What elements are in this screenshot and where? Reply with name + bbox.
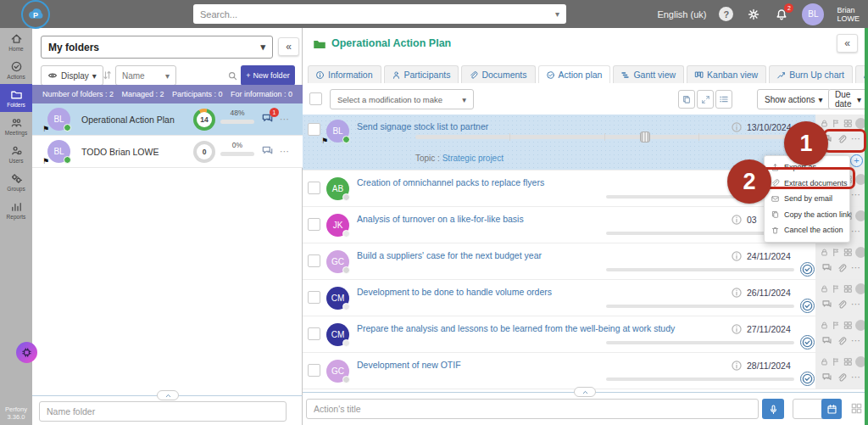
action-row[interactable]: GCDevelopment of new OTIF28/11/2024⋯: [303, 353, 868, 389]
chat-icon[interactable]: 1: [261, 112, 274, 125]
action-menu-button[interactable]: ⋯: [851, 262, 861, 273]
grid-icon[interactable]: [843, 321, 853, 330]
grid-icon[interactable]: [843, 119, 853, 128]
panel-toggle-button[interactable]: [574, 387, 596, 397]
user-avatar[interactable]: BL: [802, 3, 824, 25]
global-search[interactable]: ▾: [193, 4, 566, 24]
sidebar-item-actions[interactable]: Actions: [0, 56, 32, 84]
notifications-bell-icon[interactable]: 2: [774, 7, 789, 22]
calendar-button[interactable]: [821, 399, 842, 419]
menu-item-copy-the-action-link[interactable]: Copy the action link: [765, 207, 849, 223]
sidebar-item-groups[interactable]: Groups: [0, 168, 32, 196]
action-checkbox[interactable]: [308, 182, 320, 194]
validate-check-icon[interactable]: [800, 372, 815, 386]
paperclip-icon[interactable]: [837, 263, 847, 273]
sidebar-item-folders[interactable]: Folders: [0, 84, 32, 112]
info-icon[interactable]: [731, 250, 743, 262]
panel-toggle-button[interactable]: [157, 390, 179, 400]
folder-name[interactable]: Operational Action Plan: [81, 115, 175, 125]
tab-burn-up-chart[interactable]: Burn Up chart: [769, 65, 853, 83]
grid-icon[interactable]: [843, 284, 853, 294]
expand-icon-button[interactable]: [697, 90, 714, 109]
tab-action-plan[interactable]: Action plan: [538, 65, 611, 83]
tab-information[interactable]: Information: [308, 65, 381, 83]
search-caret-icon[interactable]: ▾: [555, 9, 559, 19]
menu-item-send-by-email[interactable]: Send by email: [765, 191, 849, 207]
select-all-checkbox[interactable]: [309, 92, 322, 105]
search-input[interactable]: [200, 9, 555, 20]
list-view-icon-button[interactable]: [715, 90, 732, 109]
action-menu-button[interactable]: ⋯: [851, 299, 861, 310]
add-icon[interactable]: +: [850, 154, 863, 167]
folder-menu-button[interactable]: ⋯: [280, 114, 290, 125]
validate-check-icon[interactable]: [800, 262, 815, 277]
sort-icon[interactable]: [102, 70, 113, 81]
sort-field-select[interactable]: Name▾: [115, 65, 176, 86]
action-title[interactable]: Analysis of turnover on a like-for-like …: [357, 214, 524, 224]
chat-icon[interactable]: [261, 144, 274, 157]
chat-icon[interactable]: [821, 262, 832, 273]
sidebar-item-users[interactable]: Users: [0, 140, 32, 168]
action-checkbox[interactable]: [308, 327, 320, 340]
progress-slider[interactable]: [415, 135, 793, 139]
tab-kanban-view[interactable]: Kanban view: [687, 65, 766, 83]
action-row[interactable]: GCBuild a suppliers' case for the next b…: [303, 243, 868, 280]
folder-row[interactable]: BL⚑TODO Brian LOWE00%⋯: [32, 136, 303, 168]
info-icon[interactable]: [731, 287, 743, 299]
display-button[interactable]: Display ▾: [41, 65, 103, 86]
slider-handle[interactable]: [640, 131, 650, 143]
action-menu-button[interactable]: ⋯: [851, 335, 861, 346]
grid-icon[interactable]: [843, 357, 853, 366]
lock-icon[interactable]: [820, 248, 829, 257]
flag-icon[interactable]: [832, 119, 841, 128]
modification-select[interactable]: Select a modification to make ▾: [330, 89, 474, 109]
action-menu-button[interactable]: ⋯: [851, 189, 861, 200]
action-row[interactable]: CMDevelopment to be done to handle volum…: [303, 280, 868, 316]
perfony-logo[interactable]: P: [21, 0, 50, 29]
duplicate-icon-button[interactable]: [678, 90, 695, 109]
action-checkbox[interactable]: [308, 218, 320, 231]
topic-link[interactable]: Strategic project: [442, 154, 504, 163]
tab-documents[interactable]: Documents: [461, 65, 535, 83]
name-folder-input[interactable]: [39, 401, 287, 422]
grid-icon[interactable]: [843, 248, 853, 257]
main-collapse-button[interactable]: «: [837, 34, 858, 53]
action-title[interactable]: Development of new OTIF: [357, 360, 461, 370]
tab-gantt-view[interactable]: Gantt view: [613, 65, 684, 83]
action-checkbox[interactable]: [308, 123, 320, 136]
info-icon[interactable]: [731, 360, 743, 372]
chat-icon[interactable]: [821, 299, 832, 310]
settings-gear-icon[interactable]: [746, 7, 761, 22]
mic-button[interactable]: [762, 399, 784, 419]
flag-icon[interactable]: [832, 321, 841, 330]
menu-item-cancel-the-action[interactable]: Cancel the action: [765, 222, 849, 238]
sidebar-item-reports[interactable]: Reports: [0, 196, 32, 224]
sidebar-item-meetings[interactable]: Meetings: [0, 112, 32, 140]
chat-icon[interactable]: [821, 335, 832, 346]
folder-row[interactable]: BL⚑Operational Action Plan1448%1⋯: [32, 103, 303, 136]
sidebar-item-home[interactable]: Home: [0, 28, 32, 56]
action-title[interactable]: Send signage stock list to partner: [357, 121, 488, 131]
show-actions-button[interactable]: Show actions▾: [757, 89, 831, 109]
chat-icon[interactable]: [821, 372, 832, 383]
folder-name[interactable]: TODO Brian LOWE: [81, 147, 159, 157]
flag-icon[interactable]: [832, 248, 841, 257]
folder-scope-select[interactable]: My folders▾: [41, 36, 273, 59]
validate-check-icon[interactable]: [800, 299, 815, 313]
flag-icon[interactable]: [832, 284, 841, 294]
assistant-bubble[interactable]: [16, 342, 37, 363]
lock-icon[interactable]: [820, 357, 829, 366]
action-checkbox[interactable]: [308, 291, 320, 304]
panel-collapse-button[interactable]: «: [278, 37, 299, 56]
paperclip-icon[interactable]: [837, 336, 847, 346]
paperclip-icon[interactable]: [837, 299, 847, 310]
action-title[interactable]: Development to be done to handle volume …: [357, 287, 552, 297]
folder-menu-button[interactable]: ⋯: [280, 146, 290, 157]
flag-icon[interactable]: [832, 357, 841, 366]
action-title[interactable]: Prepare the analysis and lessons to be l…: [357, 323, 675, 333]
action-title[interactable]: Build a suppliers' case for the next bud…: [357, 250, 542, 260]
info-icon[interactable]: [731, 323, 743, 335]
action-title[interactable]: Creation of omnichannel packs to replace…: [357, 177, 544, 187]
action-checkbox[interactable]: [308, 364, 320, 377]
action-title-input[interactable]: [306, 399, 759, 419]
